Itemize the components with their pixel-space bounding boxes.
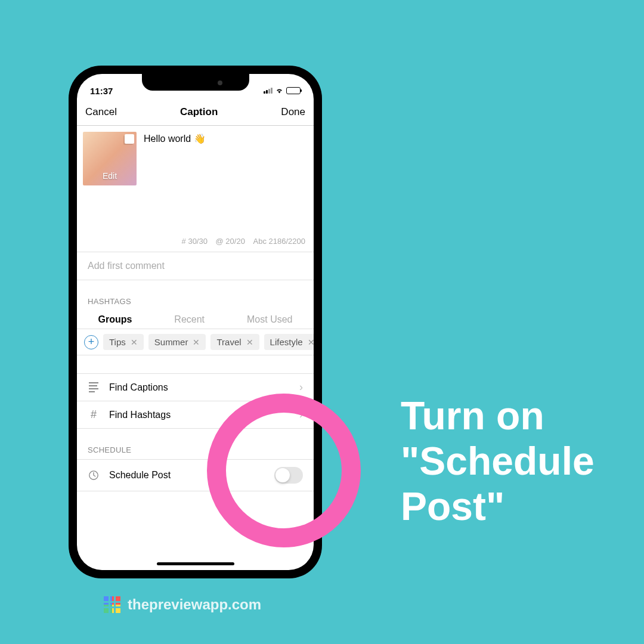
- lines-icon: [88, 382, 100, 392]
- tab-groups[interactable]: Groups: [98, 314, 132, 325]
- app-logo-icon: [104, 596, 120, 613]
- schedule-post-row: Schedule Post: [77, 459, 314, 491]
- hashtag-icon: #: [88, 408, 100, 421]
- edit-label: Edit: [103, 171, 117, 181]
- close-icon[interactable]: ✕: [308, 338, 314, 347]
- find-hashtags-label: Find Hashtags: [109, 410, 290, 420]
- character-counters: # 30/30 @ 20/20 Abc 2186/2200: [77, 233, 314, 252]
- signal-icon: [264, 88, 273, 94]
- close-icon[interactable]: ✕: [246, 338, 253, 347]
- hashtag-groups-row: + Tips✕ Summer✕ Travel✕ Lifestyle✕: [77, 329, 314, 355]
- find-captions-row[interactable]: Find Captions ›: [77, 373, 314, 401]
- tag-summer[interactable]: Summer✕: [148, 334, 206, 350]
- home-indicator: [157, 562, 234, 565]
- footer: thepreviewapp.com: [104, 596, 261, 613]
- schedule-post-label: Schedule Post: [109, 470, 265, 481]
- caption-input[interactable]: Hello world 👋: [144, 132, 206, 227]
- mention-counter: @ 20/20: [216, 237, 245, 246]
- hashtags-section-label: HASHTAGS: [77, 280, 314, 311]
- page-title: Caption: [180, 106, 218, 118]
- caption-area: Edit Hello world 👋: [77, 126, 314, 233]
- close-icon[interactable]: ✕: [131, 338, 138, 347]
- footer-url: thepreviewapp.com: [128, 596, 261, 613]
- add-group-button[interactable]: +: [84, 335, 98, 349]
- tab-most-used[interactable]: Most Used: [247, 314, 292, 325]
- status-time: 11:37: [90, 86, 113, 96]
- notch: [142, 74, 249, 91]
- callout-text: Turn on "Schedule Post": [401, 394, 644, 530]
- clock-icon: [88, 470, 100, 481]
- post-thumbnail[interactable]: Edit: [83, 132, 137, 185]
- battery-icon: [286, 87, 301, 94]
- cancel-button[interactable]: Cancel: [85, 106, 117, 118]
- tab-recent[interactable]: Recent: [174, 314, 205, 325]
- first-comment-input[interactable]: Add first comment: [77, 252, 314, 280]
- tag-tips[interactable]: Tips✕: [103, 334, 144, 350]
- schedule-section-label: SCHEDULE: [77, 429, 314, 459]
- nav-bar: Cancel Caption Done: [77, 100, 314, 126]
- tag-lifestyle[interactable]: Lifestyle✕: [264, 334, 314, 350]
- char-counter: Abc 2186/2200: [253, 237, 305, 246]
- hashtag-counter: # 30/30: [182, 237, 208, 246]
- status-indicators: [264, 87, 301, 94]
- phone-frame: 11:37 Cancel Caption Done Edit Hello wor…: [69, 66, 322, 578]
- phone-screen: 11:37 Cancel Caption Done Edit Hello wor…: [77, 74, 314, 570]
- done-button[interactable]: Done: [281, 106, 305, 118]
- chevron-right-icon: ›: [299, 408, 303, 421]
- hashtag-tabs: Groups Recent Most Used: [77, 311, 314, 329]
- schedule-post-toggle[interactable]: [274, 467, 303, 484]
- wifi-icon: [275, 87, 284, 94]
- chevron-right-icon: ›: [299, 381, 303, 394]
- tag-travel[interactable]: Travel✕: [210, 334, 259, 350]
- close-icon[interactable]: ✕: [193, 338, 200, 347]
- find-captions-label: Find Captions: [109, 382, 290, 393]
- find-hashtags-row[interactable]: # Find Hashtags ›: [77, 401, 314, 429]
